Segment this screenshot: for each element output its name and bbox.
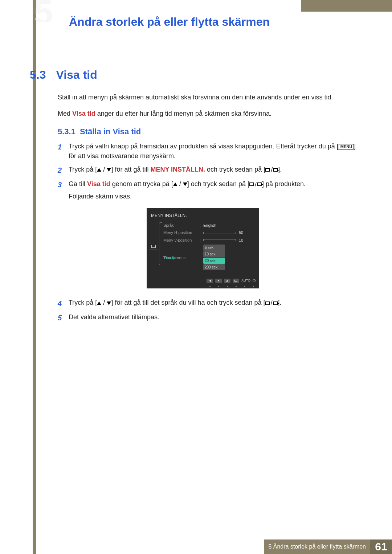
osd-nav-down-icon (215, 279, 222, 283)
osd-option-selected: 20 sek. (203, 258, 225, 264)
osd-body: Språk : English Meny H-position : 50 Men… (147, 222, 259, 276)
subsection-number: 5.3.1 (58, 127, 75, 136)
term-visa-tid: Visa tid (87, 180, 110, 188)
intro-paragraph-1: Ställ in att menyn på skärmen automatisk… (58, 93, 359, 102)
osd-value: English (203, 222, 256, 229)
section-number: 5.3 (30, 68, 46, 81)
step-number: 1 (58, 141, 69, 161)
osd-dropdown-options: 5 sek. 10 sek. 20 sek. 200 sek. (203, 245, 225, 271)
arrow-up-icon (173, 182, 177, 186)
osd-nav-enter-icon (233, 279, 239, 283)
osd-nav-dots (147, 286, 259, 288)
step-number: 5 (58, 312, 69, 323)
step-body: Gå till Visa tid genom att trycka på [ /… (69, 179, 359, 294)
osd-nav-auto: AUTO (241, 278, 250, 283)
osd-slider (203, 239, 236, 241)
step-number: 3 (58, 179, 69, 294)
arrow-up-icon (97, 168, 101, 172)
enter-button-icon: / (265, 298, 278, 308)
osd-row-vpos: Meny V-position : 10 (163, 237, 259, 244)
osd-side-icon (149, 243, 158, 250)
step-body: Tryck på [ / ] för att gå till det språk… (69, 298, 359, 309)
osd-option: 10 sek. (203, 251, 225, 257)
step-number: 4 (58, 298, 69, 309)
osd-label: Transparens (163, 255, 200, 261)
step-5: 5 Det valda alternativet tillämpas. (58, 312, 359, 323)
osd-row-language: Språk : English (163, 222, 259, 229)
arrow-down-icon (107, 168, 111, 172)
arrow-down-icon (107, 301, 111, 305)
osd-row-hpos: Meny H-position : 50 (163, 229, 259, 237)
chapter-title: Ändra storlek på eller flytta skärmen (69, 15, 270, 29)
term-visa-tid: Visa tid (72, 110, 95, 117)
osd-nav-power-icon (253, 279, 256, 282)
step-3: 3 Gå till Visa tid genom att trycka på [… (58, 179, 359, 294)
arrow-up-icon (97, 301, 101, 305)
step-body: Det valda alternativet tillämpas. (69, 312, 359, 323)
intro-text: Ställ in att menyn på skärmen automatisk… (58, 93, 359, 125)
steps-list: 1 Tryck på valfri knapp på framsidan av … (58, 141, 359, 327)
step-body: Tryck på valfri knapp på framsidan av pr… (69, 141, 359, 161)
chapter-number-bg: 5 (34, 0, 57, 22)
footer-page-number: 61 (370, 539, 392, 554)
osd-screenshot: MENY INSTÄLLN. Språk : English Meny H-po… (147, 208, 259, 289)
subsection-title: Ställa in Visa tid (80, 127, 141, 136)
osd-slider (203, 232, 236, 234)
osd-label: Språk (163, 222, 200, 229)
enter-button-icon: / (265, 165, 278, 175)
step-1: 1 Tryck på valfri knapp på framsidan av … (58, 141, 359, 161)
intro-paragraph-2: Med Visa tid anger du efter hur lång tid… (58, 109, 359, 119)
step-2: 2 Tryck på [ / ] för att gå till MENY IN… (58, 165, 359, 176)
osd-value: 10 (239, 237, 243, 243)
osd-nav-bar: AUTO (147, 276, 259, 286)
step-note: Följande skärm visas. (69, 192, 359, 201)
osd-option: 200 sek. (203, 264, 225, 270)
top-bar (301, 0, 392, 12)
footer: 5 Ändra storlek på eller flytta skärmen … (0, 539, 392, 554)
osd-title: MENY INSTÄLLN. (147, 211, 259, 222)
step-4: 4 Tryck på [ / ] för att gå till det spr… (58, 298, 359, 309)
osd-bracket (159, 222, 162, 265)
term-meny-installn: MENY INSTÄLLN. (150, 166, 205, 173)
subsection-heading: 5.3.1Ställa in Visa tid (58, 127, 141, 136)
step-number: 2 (58, 165, 69, 176)
step-body: Tryck på [ / ] för att gå till MENY INST… (69, 165, 359, 176)
osd-option: 5 sek. (203, 245, 225, 251)
footer-text: 5 Ändra storlek på eller flytta skärmen (264, 539, 370, 554)
osd-label: Meny H-position (163, 230, 200, 236)
footer-left-stripe (33, 539, 36, 554)
enter-button-icon: / (249, 180, 262, 189)
osd-nav-up-icon (224, 279, 230, 283)
osd-nav-left-icon (207, 279, 213, 283)
arrow-down-icon (183, 182, 187, 186)
menu-button-icon: MENU (339, 144, 354, 149)
osd-value: 50 (239, 230, 243, 236)
section-title: Visa tid (56, 68, 97, 81)
osd-label: Meny V-position (163, 237, 200, 243)
section-heading: 5.3Visa tid (30, 68, 97, 82)
